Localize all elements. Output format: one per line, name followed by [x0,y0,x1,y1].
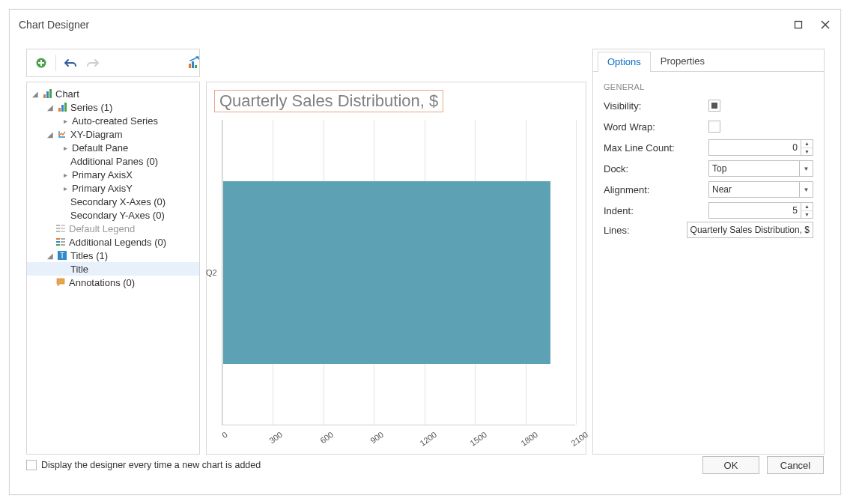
tab-options[interactable]: Options [598,52,651,72]
change-chart-type-button[interactable] [188,56,201,73]
svg-rect-17 [56,244,60,246]
svg-rect-20 [61,244,65,246]
x-tick-label: 0 [220,430,229,440]
display-on-add-label: Display the designer every time a new ch… [41,460,261,470]
bar-series [223,181,550,365]
prop-dock: Dock: Top▼ [604,159,813,178]
properties-panel: Options Properties GENERAL Visibility: W… [592,49,825,455]
x-tick-label: 1500 [468,430,488,448]
tree-node-default-pane[interactable]: ▸Default Pane [27,141,199,154]
tree-node-additional-legends[interactable]: Additional Legends (0) [27,235,199,249]
tree-node-xy-diagram[interactable]: ◢XY-Diagram [27,127,199,141]
max-line-count-spinner[interactable]: ▲▼ [801,139,813,156]
svg-rect-5 [38,62,44,64]
indent-spinner[interactable]: ▲▼ [801,202,813,219]
svg-rect-13 [61,228,65,229]
add-button[interactable] [31,53,51,73]
svg-rect-6 [189,64,191,68]
chevron-down-icon[interactable]: ▼ [801,211,813,219]
svg-rect-10 [56,228,60,229]
plot-area: Q2 [222,120,575,425]
footer: Display the designer every time a new ch… [26,452,824,478]
legend-icon [55,223,66,234]
chevron-up-icon[interactable]: ▲ [801,203,813,211]
svg-rect-9 [56,225,60,226]
tree-node-secondary-y[interactable]: Secondary Y-Axes (0) [27,208,199,222]
undo-button[interactable] [61,53,80,73]
x-tick-label: 900 [368,430,385,445]
redo-button[interactable] [83,53,103,73]
chevron-down-icon[interactable]: ▼ [801,148,813,156]
svg-rect-12 [61,225,65,226]
title-icon: T [57,250,67,261]
prop-wordwrap: Word Wrap: [604,117,813,136]
chart-tree[interactable]: ◢Chart ◢Series (1) ▸Auto-created Series … [26,82,200,455]
prop-lines: Lines: Quarterly Sales Distribution, $ [604,222,813,238]
properties-tabs: Options Properties [593,49,824,72]
tree-node-series[interactable]: ◢Series (1) [27,100,199,114]
svg-rect-18 [61,238,65,240]
x-tick-label: 2100 [569,430,589,448]
axes-icon [57,129,67,139]
ok-button[interactable]: OK [702,456,759,474]
chevron-down-icon[interactable]: ▼ [800,160,813,177]
cancel-button[interactable]: Cancel [767,456,824,474]
tree-node-default-legend[interactable]: Default Legend [27,222,199,235]
svg-rect-11 [56,231,60,232]
chevron-down-icon[interactable]: ▼ [800,181,813,198]
svg-rect-7 [192,61,194,68]
wordwrap-checkbox[interactable] [708,121,720,133]
window-title: Chart Designer [19,19,89,31]
x-tick-label: 600 [318,430,335,445]
x-tick-label: 1800 [519,430,539,448]
titlebar: Chart Designer [10,10,840,40]
bar-chart-icon [57,102,67,112]
x-axis-labels: 03006009001200150018002100 [222,430,575,445]
maximize-icon[interactable] [792,19,804,31]
prop-indent: Indent: 5▲▼ [604,201,813,220]
prop-max-line-count: Max Line Count: 0▲▼ [604,138,813,157]
tree-node-title-item[interactable]: Title [27,262,199,276]
x-tick-label: 1200 [418,430,438,448]
close-icon[interactable] [819,19,831,31]
display-on-add-checkbox[interactable] [26,460,37,470]
y-tick-label: Q2 [206,268,217,277]
lines-input[interactable]: Quarterly Sales Distribution, $ [687,222,813,238]
alignment-select[interactable]: Near [708,181,800,198]
indent-input[interactable]: 5 [708,202,801,219]
tree-toolbar [26,49,200,77]
bar-chart-icon [42,88,52,99]
chart-preview: Quarterly Sales Distribution, $ Q2 03006… [206,82,586,455]
prop-alignment: Alignment: Near▼ [604,180,813,199]
tree-node-primary-axis-y[interactable]: ▸Primary AxisY [27,181,199,195]
svg-rect-14 [61,231,65,232]
tree-node-annotations[interactable]: Annotations (0) [27,276,199,289]
dock-select[interactable]: Top [708,160,800,177]
svg-rect-15 [56,238,60,240]
tree-node-auto-series[interactable]: ▸Auto-created Series [27,114,199,127]
svg-rect-16 [56,241,60,243]
visibility-checkbox[interactable] [708,100,720,112]
svg-text:T: T [60,252,64,260]
legend-icon [55,237,66,247]
chart-designer-window: Chart Designer [9,9,841,495]
tree-node-additional-panes[interactable]: Additional Panes (0) [27,154,199,168]
svg-rect-19 [61,241,65,243]
tree-node-primary-axis-x[interactable]: ▸Primary AxisX [27,168,199,181]
svg-rect-0 [795,22,802,28]
tree-node-chart[interactable]: ◢Chart [27,87,199,100]
x-tick-label: 300 [268,430,285,445]
tree-node-titles[interactable]: ◢TTitles (1) [27,249,199,262]
svg-rect-8 [195,65,197,68]
section-general: GENERAL [593,72,824,96]
tree-node-secondary-x[interactable]: Secondary X-Axes (0) [27,195,199,208]
annotation-icon [55,277,66,288]
max-line-count-input[interactable]: 0 [708,139,801,156]
tab-properties[interactable]: Properties [651,51,714,71]
chart-title[interactable]: Quarterly Sales Distribution, $ [214,90,443,112]
prop-visibility: Visibility: [604,96,813,115]
chevron-up-icon[interactable]: ▲ [801,140,813,148]
